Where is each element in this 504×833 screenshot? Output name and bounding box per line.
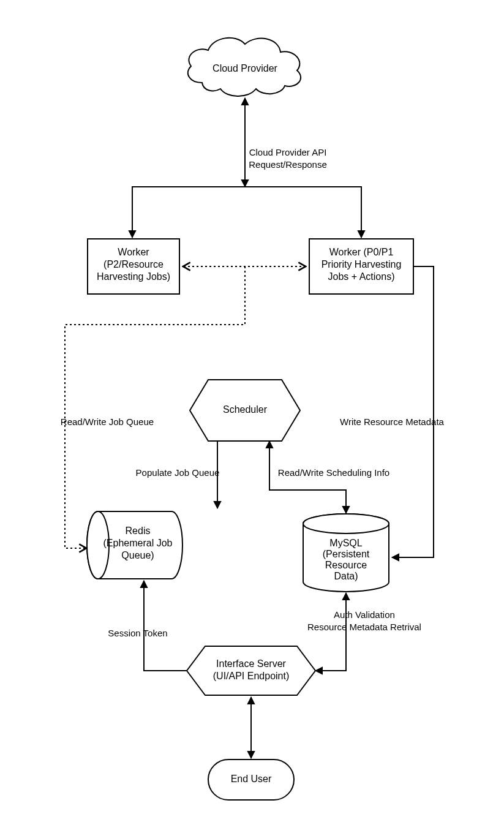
- edge-session: [144, 581, 187, 671]
- edge-cloud-api-label-2: Request/Response: [249, 159, 327, 170]
- node-end-user: End User: [208, 760, 294, 800]
- edge-session-label: Session Token: [108, 628, 167, 638]
- redis-line3: Queue): [121, 550, 154, 560]
- worker-p0p1-line2: Priority Harvesting: [322, 259, 402, 270]
- mysql-line2: (Persistent: [323, 549, 370, 559]
- node-mysql: MySQL (Persistent Resource Data): [303, 514, 389, 592]
- worker-p0p1-line3: Jobs + Actions): [328, 271, 395, 282]
- interface-line2: (UI/API Endpoint): [213, 671, 290, 681]
- redis-line1: Redis: [126, 526, 151, 536]
- redis-line2: (Ephemeral Job: [103, 538, 173, 548]
- node-interface-server: Interface Server (UI/API Endpoint): [187, 646, 315, 695]
- svg-point-3: [303, 514, 389, 533]
- edge-populate-label: Populate Job Queue: [136, 467, 220, 478]
- enduser-label: End User: [231, 774, 272, 784]
- edge-auth-label-2: Resource Metadata Retrival: [307, 622, 421, 632]
- worker-p2-line2: (P2/Resource: [103, 259, 164, 270]
- node-redis: Redis (Ephemeral Job Queue): [87, 511, 182, 579]
- interface-line1: Interface Server: [216, 658, 287, 669]
- edge-rw-job-queue-label: Read/Write Job Queue: [61, 417, 154, 427]
- node-worker-p0p1: Worker (P0/P1 Priority Harvesting Jobs +…: [309, 239, 413, 294]
- worker-p2-line3: Harvesting Jobs): [97, 271, 170, 282]
- cloud-label: Cloud Provider: [213, 63, 278, 74]
- edge-write-meta-label: Write Resource Metadata: [340, 417, 444, 427]
- mysql-line3: Resource: [325, 560, 367, 570]
- node-worker-p2: Worker (P2/Resource Harvesting Jobs): [88, 239, 179, 294]
- node-cloud-provider: Cloud Provider: [188, 38, 301, 96]
- edge-cloud-branches: [132, 187, 361, 238]
- worker-p0p1-line1: Worker (P0/P1: [329, 247, 394, 257]
- mysql-line4: Data): [334, 571, 358, 581]
- scheduler-label: Scheduler: [223, 404, 268, 415]
- edge-auth-label-1: Auth Validation: [334, 609, 395, 620]
- edge-cloud-api-label-1: Cloud Provider API: [249, 147, 327, 157]
- edge-rw-sched-label: Read/Write Scheduling Info: [278, 467, 389, 478]
- edge-write-meta: [392, 266, 434, 557]
- node-scheduler: Scheduler: [190, 380, 300, 441]
- worker-p2-line1: Worker: [118, 247, 149, 257]
- mysql-line1: MySQL: [329, 538, 362, 548]
